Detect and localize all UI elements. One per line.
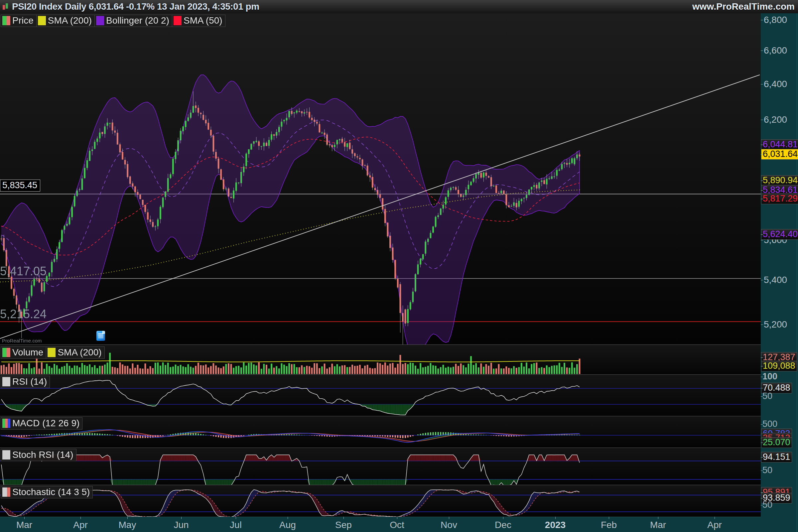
month-label-apr: Apr bbox=[707, 520, 722, 530]
month-tick bbox=[449, 517, 449, 519]
volume-panel-chart[interactable] bbox=[0, 345, 761, 374]
legend-stoch-rsi-label: Stoch RSI (14) bbox=[12, 450, 74, 460]
month-label-feb: Feb bbox=[601, 520, 617, 530]
legend-bollinger[interactable]: Bollinger (20 2) bbox=[94, 15, 172, 27]
rsi-tick-mark bbox=[761, 377, 763, 377]
price-candles-swatch-icon bbox=[2, 16, 10, 25]
chart-title: PSI20 Index Daily 6,031.64 -0.17% 13 Jan… bbox=[12, 1, 259, 12]
legend-price-label: Price bbox=[12, 15, 34, 26]
title-bar: PSI20 Index Daily 6,031.64 -0.17% 13 Jan… bbox=[0, 0, 798, 14]
month-tick bbox=[609, 517, 609, 519]
month-label-mar: Mar bbox=[16, 520, 32, 530]
price-tick-label: 5,200 bbox=[764, 319, 787, 330]
panel-separator[interactable] bbox=[0, 485, 761, 485]
candlestick-icon bbox=[2, 2, 9, 11]
proprealtime-chart-window: PSI20 Index Daily 6,031.64 -0.17% 13 Jan… bbox=[0, 0, 798, 532]
price-tick-mark bbox=[761, 199, 763, 199]
macd-panel-chart[interactable] bbox=[0, 416, 761, 448]
month-tick bbox=[288, 517, 288, 519]
price-tick-mark bbox=[761, 84, 763, 84]
legend-price[interactable]: Price bbox=[1, 15, 37, 27]
volume-tick-mark bbox=[761, 366, 763, 366]
main-legend: Price SMA (200) Bollinger (20 2) SMA (50… bbox=[1, 15, 225, 27]
month-label-jun: Jun bbox=[174, 520, 189, 530]
stochastic-panel-chart[interactable] bbox=[0, 485, 761, 517]
macd-value-label: 25.070 bbox=[761, 437, 792, 448]
legend-stoch-rsi[interactable]: Stoch RSI (14) bbox=[1, 449, 76, 461]
legend-sma200[interactable]: SMA (200) bbox=[36, 15, 95, 27]
proprealtime-website-text: www.ProRealTime.com bbox=[692, 1, 795, 12]
price-tick-mark bbox=[761, 280, 763, 280]
macd-value-label: 500 bbox=[761, 419, 779, 429]
panel-separator[interactable] bbox=[0, 374, 761, 375]
price-axis-edge bbox=[797, 13, 797, 532]
horizontal-line-price-label: 5,417.05 bbox=[0, 264, 46, 278]
rsi-panel-chart[interactable] bbox=[0, 375, 761, 416]
time-axis-strip[interactable] bbox=[0, 517, 761, 532]
stochastic-legend: Stochastic (14 3 5) bbox=[1, 486, 93, 498]
stoch-rsi-panel-chart[interactable] bbox=[0, 448, 761, 485]
legend-macd-label: MACD (12 26 9) bbox=[12, 418, 79, 429]
price-tick-label: 6,600 bbox=[764, 45, 787, 56]
rsi-value-label: 100 bbox=[761, 372, 779, 382]
volume-value-label: 109,088 bbox=[761, 361, 797, 372]
legend-volume-sma-label: SMA (200) bbox=[58, 347, 101, 358]
month-label-dec: Dec bbox=[495, 520, 511, 530]
price-label-last-price: 6,031.64 bbox=[761, 149, 798, 159]
price-tick-label: 6,200 bbox=[764, 114, 787, 125]
price-label-bollinger-lower: 5,624.40 bbox=[761, 229, 798, 240]
month-label-2023: 2023 bbox=[545, 520, 566, 530]
price-tick-mark bbox=[761, 145, 763, 145]
legend-sma200-label: SMA (200) bbox=[48, 15, 92, 26]
price-tick-mark bbox=[761, 154, 763, 155]
legend-sma50[interactable]: SMA (50) bbox=[172, 15, 225, 27]
horizontal-line-price-label: 5,835.45 bbox=[0, 179, 40, 191]
volume-legend: Volume SMA (200) bbox=[1, 346, 105, 359]
main-price-chart[interactable] bbox=[0, 13, 761, 344]
legend-rsi-label: RSI (14) bbox=[12, 376, 47, 387]
panel-separator[interactable] bbox=[0, 416, 761, 416]
month-tick bbox=[555, 517, 556, 519]
gray-swatch-icon bbox=[2, 377, 10, 386]
stochastic-swatch-icon bbox=[2, 488, 10, 497]
panel-separator[interactable] bbox=[0, 344, 761, 345]
news-document-icon[interactable] bbox=[96, 331, 105, 341]
stoch-rsi-value-label: 94.151 bbox=[761, 452, 792, 462]
legend-volume-label: Volume bbox=[12, 347, 43, 358]
price-tick-label: 6,800 bbox=[764, 15, 787, 25]
month-tick bbox=[715, 517, 715, 519]
price-tick-label: 6,400 bbox=[764, 79, 787, 90]
price-label-sma-200: 5,890.94 bbox=[761, 175, 798, 186]
macd-legend: MACD (12 26 9) bbox=[1, 417, 82, 430]
legend-volume[interactable]: Volume bbox=[1, 346, 46, 359]
proprealtime-watermark: ProRealTime.com bbox=[2, 338, 41, 343]
price-tick-mark bbox=[761, 190, 763, 191]
month-label-may: May bbox=[119, 520, 136, 530]
legend-rsi[interactable]: RSI (14) bbox=[1, 376, 50, 388]
price-tick-mark bbox=[761, 240, 763, 241]
legend-sma50-label: SMA (50) bbox=[184, 15, 223, 26]
price-tick-mark bbox=[761, 20, 763, 20]
red-swatch-icon bbox=[174, 16, 182, 25]
legend-stochastic[interactable]: Stochastic (14 3 5) bbox=[1, 486, 93, 498]
price-label-bollinger-upper: 6,044.81 bbox=[761, 139, 798, 150]
month-tick bbox=[503, 517, 504, 519]
stoch-rsi-legend: Stoch RSI (14) bbox=[1, 449, 76, 461]
legend-stochastic-label: Stochastic (14 3 5) bbox=[12, 487, 90, 497]
month-tick bbox=[181, 517, 182, 519]
gray-swatch-icon bbox=[2, 450, 10, 459]
price-tick-mark bbox=[761, 120, 763, 120]
panel-separator[interactable] bbox=[0, 448, 761, 448]
volume-bars-swatch-icon bbox=[2, 348, 10, 357]
month-label-sep: Sep bbox=[335, 520, 352, 530]
legend-volume-sma[interactable]: SMA (200) bbox=[46, 346, 104, 359]
month-label-nov: Nov bbox=[440, 520, 457, 530]
rsi-legend: RSI (14) bbox=[1, 376, 50, 388]
month-label-aug: Aug bbox=[279, 520, 296, 530]
horizontal-line-price-label: 5,215.24 bbox=[0, 307, 46, 321]
yellow-swatch-icon bbox=[48, 348, 56, 357]
month-label-mar: Mar bbox=[650, 520, 666, 530]
month-tick bbox=[80, 517, 81, 519]
legend-macd[interactable]: MACD (12 26 9) bbox=[1, 417, 82, 430]
month-tick bbox=[343, 517, 344, 519]
